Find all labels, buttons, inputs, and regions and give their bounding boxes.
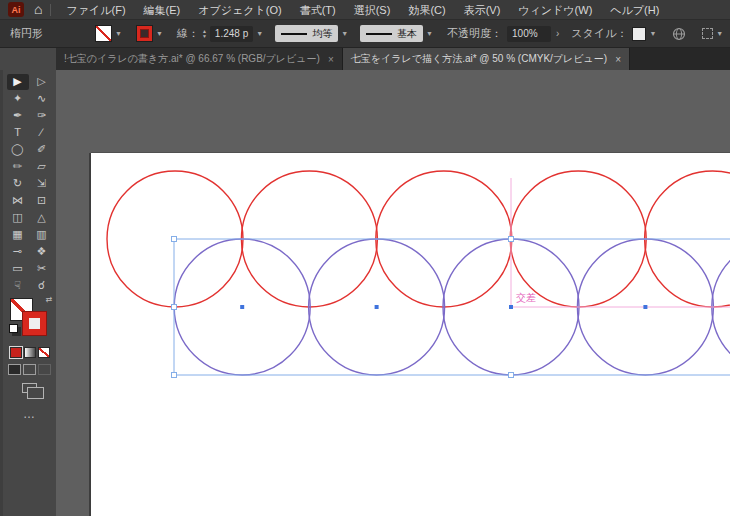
menu-edit[interactable]: 編集(E) — [135, 0, 190, 20]
scale-tool[interactable]: ⇲ — [31, 176, 53, 192]
paintbrush-tool[interactable]: ✐ — [31, 142, 53, 158]
bbox-handle[interactable] — [509, 373, 514, 378]
brush-definition-dropdown[interactable]: 基本 — [360, 25, 423, 42]
menu-file[interactable]: ファイル(F) — [57, 0, 134, 20]
ellipse-tool[interactable]: ◯ — [7, 142, 29, 158]
gradient-icon: ▥ — [36, 229, 46, 240]
tool-panel: ▶▷✦∿✒✑T∕◯✐✏▱↻⇲⋈⊡◫△▦▥⊸❖▭✂☟☌ ⇄ … — [0, 70, 56, 516]
center-anchor-point[interactable] — [643, 305, 647, 309]
menu-help[interactable]: ヘルプ(H) — [601, 0, 668, 20]
stroke-proxy-swatch[interactable] — [22, 311, 47, 336]
bbox-handle[interactable] — [172, 237, 177, 242]
free-transform-icon: ⊡ — [37, 195, 46, 206]
shape-builder-tool[interactable]: ◫ — [7, 210, 29, 226]
menu-effect[interactable]: 効果(C) — [399, 0, 454, 20]
none-button[interactable] — [38, 347, 50, 358]
width-tool[interactable]: ⋈ — [7, 193, 29, 209]
stroke-weight-stepper[interactable]: ▲▼ — [202, 29, 207, 39]
gradient-button[interactable] — [24, 347, 36, 358]
align-to-selector[interactable]: ▼ — [702, 28, 725, 39]
rotate-icon: ↻ — [13, 178, 22, 189]
chevron-down-icon[interactable]: ▼ — [256, 30, 263, 37]
close-icon[interactable]: × — [328, 54, 334, 65]
eraser-tool[interactable]: ▱ — [31, 159, 53, 175]
fill-none-swatch[interactable] — [95, 25, 112, 42]
document-tab-1[interactable]: !七宝のイラレの書き方.ai* @ 66.67 % (RGB/プレビュー)× — [56, 48, 343, 70]
artboard[interactable]: 交差 — [91, 153, 730, 516]
selection-tool[interactable]: ▶ — [7, 74, 29, 90]
stroke-weight-field[interactable]: 1.248 p — [210, 26, 253, 42]
free-transform-tool[interactable]: ⊡ — [31, 193, 53, 209]
hand-tool[interactable]: ☟ — [7, 278, 29, 294]
swap-fill-stroke-icon[interactable]: ⇄ — [46, 295, 53, 304]
curvature-tool[interactable]: ✑ — [31, 108, 53, 124]
perspective-grid-icon: △ — [37, 212, 45, 223]
pen-icon: ✒ — [13, 110, 22, 121]
close-icon[interactable]: × — [615, 54, 621, 65]
stroke-weight-group: 線： ▲▼ 1.248 p ▼ — [177, 26, 265, 42]
chevron-down-icon[interactable]: ▼ — [115, 30, 122, 37]
width-profile-dropdown[interactable]: 均等 — [275, 25, 338, 42]
draw-inside-button[interactable] — [38, 364, 51, 375]
pencil-tool[interactable]: ✏ — [7, 159, 29, 175]
edit-toolbar-button[interactable]: … — [23, 407, 36, 421]
bbox-handle[interactable] — [509, 237, 514, 242]
style-label: スタイル： — [571, 26, 627, 41]
line-segment-tool[interactable]: ∕ — [31, 125, 53, 141]
control-bar: 楕円形 ▼ ▼ 線： ▲▼ 1.248 p ▼ 均等 ▼ 基本 ▼ 不透明度： … — [0, 20, 730, 48]
lasso-tool[interactable]: ∿ — [31, 91, 53, 107]
eyedropper-tool[interactable]: ⊸ — [7, 244, 29, 260]
menu-type[interactable]: 書式(T) — [291, 0, 345, 20]
slice-tool[interactable]: ✂ — [31, 261, 53, 277]
direct-selection-icon: ▷ — [37, 76, 45, 87]
artwork-canvas[interactable]: 交差 — [91, 153, 730, 516]
center-anchor-point[interactable] — [375, 305, 379, 309]
scale-icon: ⇲ — [37, 178, 46, 189]
chevron-down-icon[interactable]: ▼ — [156, 30, 163, 37]
stroke-color-swatch[interactable] — [136, 25, 153, 42]
screen-mode-icon[interactable] — [22, 383, 37, 393]
bbox-handle[interactable] — [172, 373, 177, 378]
fill-stroke-proxy: ⇄ — [9, 298, 53, 340]
width-icon: ⋈ — [12, 195, 23, 206]
chevron-down-icon[interactable]: ▼ — [341, 30, 348, 37]
menu-window[interactable]: ウィンドウ(W) — [509, 0, 601, 20]
opacity-field[interactable]: 100% — [507, 26, 551, 42]
chevron-down-icon[interactable]: ▼ — [426, 30, 433, 37]
chevron-down-icon: ▼ — [716, 30, 723, 37]
globe-icon[interactable] — [672, 27, 686, 41]
pasteboard[interactable]: 交差 — [56, 70, 730, 516]
eyedropper-icon: ⊸ — [13, 246, 22, 257]
rotate-tool[interactable]: ↻ — [7, 176, 29, 192]
pen-tool[interactable]: ✒ — [7, 108, 29, 124]
artboard-tool[interactable]: ▭ — [7, 261, 29, 277]
direct-selection-tool[interactable]: ▷ — [31, 74, 53, 90]
mesh-tool[interactable]: ▦ — [7, 227, 29, 243]
draw-normal-button[interactable] — [8, 364, 21, 375]
home-icon[interactable]: ⌂ — [34, 2, 42, 16]
paint-mode-row — [10, 347, 50, 358]
graphic-style-swatch[interactable] — [632, 27, 646, 41]
blend-tool[interactable]: ❖ — [31, 244, 53, 260]
zoom-icon: ☌ — [38, 280, 45, 291]
center-anchor-point[interactable] — [240, 305, 244, 309]
chevron-down-icon[interactable]: ▼ — [649, 30, 656, 37]
draw-behind-button[interactable] — [23, 364, 36, 375]
document-tab-2[interactable]: 七宝をイラレで描く方法.ai* @ 50 % (CMYK/プレビュー)× — [343, 48, 630, 70]
menu-select[interactable]: 選択(S) — [345, 0, 400, 20]
center-anchor-point[interactable] — [509, 305, 513, 309]
hand-icon: ☟ — [14, 280, 21, 291]
zoom-tool[interactable]: ☌ — [31, 278, 53, 294]
perspective-grid-tool[interactable]: △ — [31, 210, 53, 226]
chevron-right-icon[interactable]: › — [556, 28, 559, 39]
menu-object[interactable]: オブジェクト(O) — [189, 0, 290, 20]
bbox-handle[interactable] — [172, 305, 177, 310]
default-fill-stroke-icon[interactable] — [9, 324, 18, 333]
type-tool[interactable]: T — [7, 125, 29, 141]
color-button[interactable] — [10, 347, 22, 358]
illustrator-logo-icon[interactable]: Ai — [8, 2, 24, 17]
menu-view[interactable]: 表示(V) — [455, 0, 510, 20]
selection-icon: ▶ — [13, 76, 21, 87]
gradient-tool[interactable]: ▥ — [31, 227, 53, 243]
magic-wand-tool[interactable]: ✦ — [7, 91, 29, 107]
